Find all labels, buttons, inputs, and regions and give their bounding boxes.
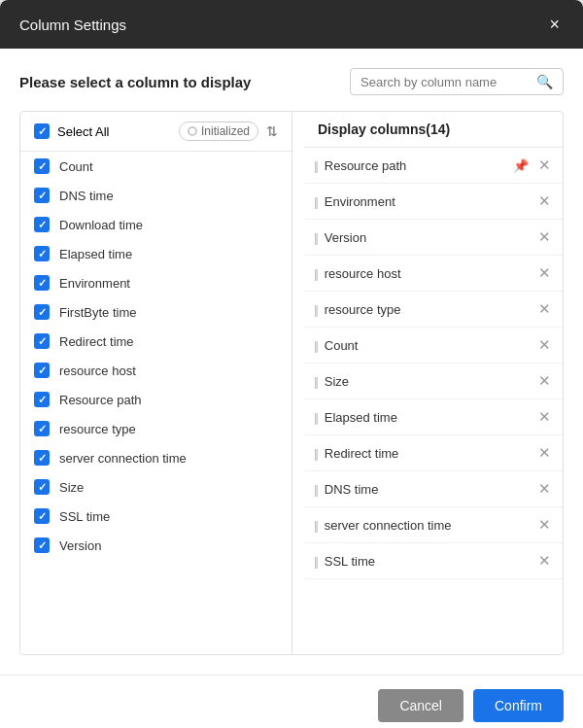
remove-icon[interactable]: ✕ bbox=[536, 444, 553, 462]
left-panel-item[interactable]: Size bbox=[20, 472, 292, 502]
display-panel-item: || Resource path 📌 ✕ bbox=[304, 148, 563, 184]
display-item-label: resource type bbox=[325, 302, 529, 317]
item-checkbox[interactable] bbox=[34, 392, 50, 407]
display-panel-item: || Size ✕ bbox=[304, 364, 563, 399]
drag-handle-icon[interactable]: || bbox=[314, 158, 317, 173]
item-checkbox[interactable] bbox=[34, 246, 50, 261]
left-panel-item[interactable]: Elapsed time bbox=[20, 239, 292, 268]
confirm-button[interactable]: Confirm bbox=[473, 689, 564, 722]
search-input[interactable] bbox=[360, 75, 531, 89]
item-checkbox[interactable] bbox=[34, 363, 50, 378]
pin-icon[interactable]: 📌 bbox=[513, 158, 529, 173]
drag-handle-icon[interactable]: || bbox=[314, 446, 317, 461]
drag-handle-icon[interactable]: || bbox=[314, 482, 317, 497]
drag-handle-icon[interactable]: || bbox=[314, 338, 317, 353]
item-label: Redirect time bbox=[59, 334, 134, 349]
left-panel-item[interactable]: DNS time bbox=[20, 181, 292, 210]
select-all-row[interactable]: Select All Initialized ⇅ bbox=[20, 112, 292, 152]
display-columns-header: Display columns(14) bbox=[304, 112, 563, 148]
left-panel-item[interactable]: Download time bbox=[20, 210, 292, 239]
item-checkbox[interactable] bbox=[34, 158, 50, 174]
item-checkbox[interactable] bbox=[34, 508, 50, 524]
item-checkbox[interactable] bbox=[34, 333, 50, 349]
item-checkbox[interactable] bbox=[34, 275, 50, 291]
display-item-label: Size bbox=[325, 374, 529, 389]
top-bar: Please select a column to display 🔍 bbox=[19, 68, 564, 95]
left-panel-item[interactable]: resource host bbox=[20, 356, 292, 385]
display-item-label: Count bbox=[325, 338, 529, 353]
remove-icon[interactable]: ✕ bbox=[536, 300, 553, 318]
column-settings-modal: Column Settings × Please select a column… bbox=[0, 0, 583, 728]
item-label: Version bbox=[59, 538, 101, 553]
display-panel-item: || Elapsed time ✕ bbox=[304, 399, 563, 435]
remove-icon[interactable]: ✕ bbox=[536, 552, 553, 570]
item-label: Elapsed time bbox=[59, 247, 132, 261]
drag-handle-icon[interactable]: || bbox=[314, 374, 317, 389]
drag-handle-icon[interactable]: || bbox=[314, 230, 317, 245]
initialized-label: Initialized bbox=[201, 124, 250, 138]
drag-handle-icon[interactable]: || bbox=[314, 554, 317, 569]
item-label: server connection time bbox=[59, 451, 187, 466]
initialized-badge: Initialized bbox=[179, 121, 258, 141]
left-panel-item[interactable]: Version bbox=[20, 531, 292, 560]
display-panel-item: || server connection time ✕ bbox=[304, 507, 563, 543]
modal-title: Column Settings bbox=[19, 17, 126, 33]
search-icon: 🔍 bbox=[536, 74, 553, 89]
left-panel: Select All Initialized ⇅ Count DNS time … bbox=[20, 112, 292, 654]
remove-icon[interactable]: ✕ bbox=[536, 408, 553, 426]
close-button[interactable]: × bbox=[545, 14, 564, 35]
left-panel-item[interactable]: Count bbox=[20, 152, 292, 181]
drag-handle-icon[interactable]: || bbox=[314, 266, 317, 281]
left-panel-item[interactable]: FirstByte time bbox=[20, 297, 292, 327]
display-panel-item: || Environment ✕ bbox=[304, 184, 563, 220]
remove-icon[interactable]: ✕ bbox=[536, 192, 553, 210]
display-item-label: DNS time bbox=[325, 482, 529, 497]
display-item-label: Environment bbox=[325, 194, 529, 209]
display-panel-item: || DNS time ✕ bbox=[304, 471, 563, 507]
right-items-container: || Resource path 📌 ✕ || Environment ✕ ||… bbox=[304, 148, 563, 579]
item-checkbox[interactable] bbox=[34, 421, 50, 436]
display-item-label: Elapsed time bbox=[325, 410, 529, 425]
item-label: FirstByte time bbox=[59, 305, 136, 320]
select-all-checkbox[interactable] bbox=[34, 123, 50, 139]
sort-icon[interactable]: ⇅ bbox=[266, 123, 278, 139]
remove-icon[interactable]: ✕ bbox=[536, 336, 553, 354]
item-checkbox[interactable] bbox=[34, 304, 50, 320]
display-item-label: Version bbox=[325, 230, 529, 245]
remove-icon[interactable]: ✕ bbox=[536, 372, 553, 390]
remove-icon[interactable]: ✕ bbox=[536, 264, 553, 282]
display-item-label: SSL time bbox=[325, 554, 529, 569]
item-checkbox[interactable] bbox=[34, 217, 50, 232]
remove-icon[interactable]: ✕ bbox=[536, 480, 553, 498]
display-item-label: server connection time bbox=[325, 518, 529, 533]
display-panel-item: || Count ✕ bbox=[304, 328, 563, 364]
cancel-button[interactable]: Cancel bbox=[378, 689, 463, 722]
display-item-label: Resource path bbox=[325, 158, 505, 173]
initialized-dot bbox=[188, 126, 197, 136]
display-panel-item: || resource host ✕ bbox=[304, 256, 563, 292]
left-panel-item[interactable]: Environment bbox=[20, 268, 292, 297]
left-panel-item[interactable]: Resource path bbox=[20, 385, 292, 414]
remove-icon[interactable]: ✕ bbox=[536, 156, 553, 174]
left-panel-item[interactable]: resource type bbox=[20, 414, 292, 443]
left-panel-item[interactable]: SSL time bbox=[20, 502, 292, 531]
drag-handle-icon[interactable]: || bbox=[314, 410, 317, 425]
item-label: Download time bbox=[59, 218, 143, 232]
drag-handle-icon[interactable]: || bbox=[314, 518, 317, 533]
item-checkbox[interactable] bbox=[34, 188, 50, 203]
item-checkbox[interactable] bbox=[34, 537, 50, 553]
left-panel-item[interactable]: server connection time bbox=[20, 443, 292, 472]
drag-handle-icon[interactable]: || bbox=[314, 302, 317, 317]
item-label: SSL time bbox=[59, 509, 110, 524]
select-all-label: Select All bbox=[57, 124, 171, 139]
item-checkbox[interactable] bbox=[34, 479, 50, 495]
display-item-label: resource host bbox=[325, 266, 529, 281]
left-panel-item[interactable]: Redirect time bbox=[20, 327, 292, 356]
item-label: Size bbox=[59, 480, 84, 495]
drag-handle-icon[interactable]: || bbox=[314, 194, 317, 209]
display-item-label: Redirect time bbox=[325, 446, 529, 461]
remove-icon[interactable]: ✕ bbox=[536, 516, 553, 534]
remove-icon[interactable]: ✕ bbox=[536, 228, 553, 246]
modal-header: Column Settings × bbox=[0, 0, 583, 49]
item-checkbox[interactable] bbox=[34, 450, 50, 466]
